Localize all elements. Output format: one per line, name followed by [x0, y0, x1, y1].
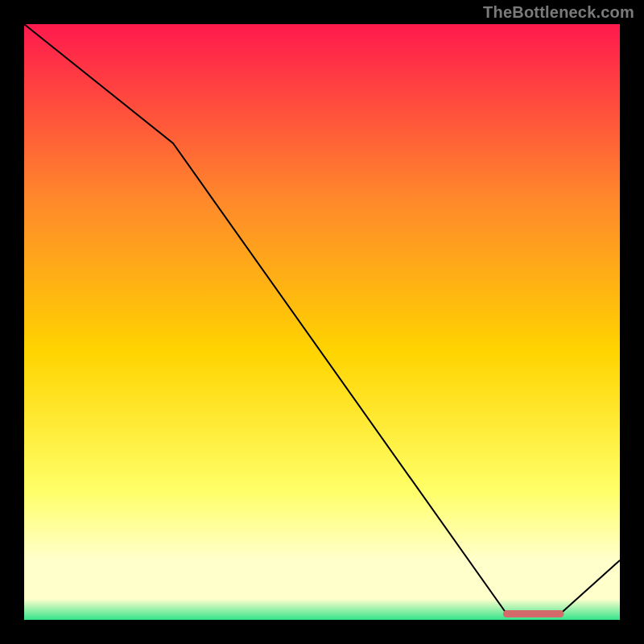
chart-stage: TheBottleneck.com — [0, 0, 644, 644]
chart-canvas — [0, 0, 644, 644]
gradient-background — [24, 24, 620, 620]
